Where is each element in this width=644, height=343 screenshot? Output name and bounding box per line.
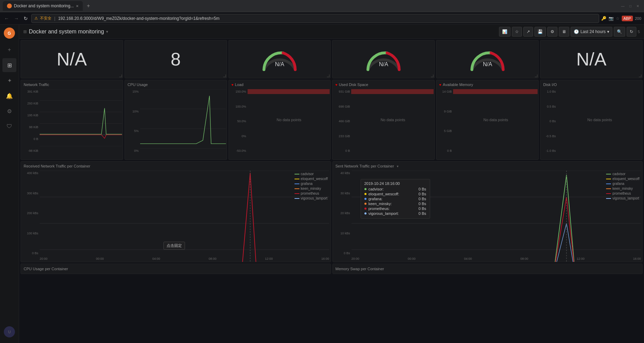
sent-y-axis: 40 kBs 30 kBs 20 kBs 10 kBs 0 Bs (333, 171, 352, 256)
tab-close-button[interactable]: ✕ (76, 4, 79, 8)
disk-no-data: No data points (351, 118, 434, 122)
sent-traffic-dropdown-icon[interactable]: ▾ (397, 164, 399, 168)
url-text: 192.168.20.6:3000/d/W9_meZ0Zk/docker-and… (58, 16, 219, 21)
memory-y-axis: 14 GiB 9 GiB 5 GiB 0 B (437, 89, 453, 153)
panel-network-chart: Network Traffic 391 KiB 293 KiB 195 KiB … (21, 80, 123, 160)
legend-item-grafana: grafana (295, 182, 328, 186)
refresh-icon: ↻ (630, 29, 633, 34)
address-bar[interactable]: ⚠ 不安全 | 192.168.20.6:3000/d/W9_meZ0Zk/do… (31, 14, 599, 23)
legend-label-eloquent: eloquent_wescoff (301, 177, 328, 181)
save-icon: 💾 (538, 29, 543, 34)
sent-legend-color-eloquent (606, 179, 611, 179)
sidebar-item-alerts[interactable]: 🔔 (2, 89, 16, 103)
sent-legend-item-prometheus: prometheus (606, 192, 639, 195)
y-label: 5% (127, 129, 139, 133)
tooltip-row-keen: keen_minsky: 0 Bs (364, 202, 426, 206)
add-panel-button[interactable]: 📊 (499, 27, 510, 37)
panel-diskio-stat: N/A (540, 40, 643, 78)
top-bar-actions: 📊 ☆ ↗ 💾 ⚙ 🖥 🕐 Last (499, 27, 640, 37)
network-y-axis: 391 KiB 293 KiB 195 KiB 98 KiB 0 B -98 K… (22, 89, 40, 153)
diskio-chart-header: Disk I/O (540, 80, 642, 89)
panel-memory-chart: ♥ Available Memory 14 GiB 9 GiB 5 GiB 0 … (436, 80, 539, 160)
forward-button[interactable]: → (13, 15, 20, 22)
tooltip-val-cadvisor: 0 Bs (418, 187, 426, 191)
diskio-chart-title: Disk I/O (543, 83, 557, 87)
sent-legend-item-grafana: grafana (606, 182, 639, 186)
dashboard-body: N/A 8 (19, 39, 644, 343)
refresh-button[interactable]: ↻ (627, 27, 636, 37)
y-label: -1.0 Bs (542, 149, 556, 153)
svg-text:N/A: N/A (379, 61, 388, 67)
sent-legend-label-cadvisor: cadvisor (612, 172, 625, 176)
tooltip-val-prometheus: 0 Bs (418, 206, 426, 211)
back-button[interactable]: ← (3, 15, 10, 22)
favorite-button[interactable]: ☆ (512, 27, 522, 37)
sent-legend-item-eloquent: eloquent_wescoff (606, 177, 639, 181)
sidebar-item-create[interactable]: + (2, 43, 16, 57)
tooltip-name-grafana: grafana: (369, 197, 417, 201)
tooltip-name-keen: keen_minsky: (369, 202, 417, 206)
y-label: 0% (127, 149, 139, 153)
y-label: 698 GiB (335, 105, 350, 108)
tv-mode-button[interactable]: 🖥 (559, 27, 569, 37)
screenshot-icon: 📷 (609, 16, 614, 21)
new-tab-button[interactable]: + (84, 3, 92, 9)
panel-corner (639, 75, 642, 77)
y-label: 10% (127, 110, 139, 113)
search-button[interactable]: 🔍 (614, 27, 625, 37)
tooltip-name-cadvisor: cadvisor: (369, 187, 417, 191)
active-tab[interactable]: Docker and system monitoring... ✕ (3, 1, 83, 11)
disk-y-axis: 931 GiB 698 GiB 466 GiB 233 GiB 0 B (333, 89, 351, 153)
save-button[interactable]: 💾 (534, 27, 546, 37)
memory-chart-header: ♥ Available Memory (436, 80, 538, 89)
legend-item-eloquent: eloquent_wescoff (295, 177, 328, 181)
bookmark-icon: ☆ (616, 16, 620, 21)
sidebar-item-dashboards[interactable]: ⊞ (2, 58, 16, 72)
insecure-label: 不安全 (40, 16, 51, 21)
grafana-logo[interactable]: G (4, 28, 15, 39)
sidebar: G + ⊞ ✦ 🔔 ⚙ 🛡 U (0, 25, 19, 343)
y-label: 1.0 Bs (542, 90, 556, 93)
y-label: 0 Bs (542, 119, 556, 123)
sidebar-item-explore[interactable]: ✦ (2, 73, 16, 87)
memory-chart-title: Available Memory (443, 83, 473, 87)
panel-corner (535, 75, 538, 77)
maximize-button[interactable]: □ (627, 3, 634, 9)
panel-load-gauge: N/A (228, 40, 331, 78)
chevron-down-icon[interactable]: ▾ (106, 29, 108, 34)
share-button[interactable]: ↗ (523, 27, 533, 37)
legend-item-prometheus: prometheus (295, 192, 328, 195)
user-avatar[interactable]: U (4, 326, 15, 337)
dashboards-icon: ⊞ (7, 62, 12, 69)
panel-corner (327, 75, 330, 77)
adblock-icon: ABP (622, 16, 633, 21)
browser-nav-bar: ← → ↻ ⚠ 不安全 | 192.168.20.6:3000/d/W9_meZ… (0, 12, 644, 25)
stat-panels-row: N/A 8 (21, 40, 643, 78)
y-label: 931 GiB (335, 90, 350, 93)
dashboard-settings-button[interactable]: ⚙ (547, 27, 557, 37)
cpu-chart-svg (140, 89, 226, 149)
y-label: 0 Bs (23, 251, 38, 255)
close-button[interactable]: ✕ (634, 3, 641, 9)
load-chart-title: Load (235, 83, 243, 87)
dashboard-title: Docker and system monitoring (29, 29, 104, 35)
sent-legend-item-keen: keen_minsky (606, 187, 639, 190)
cpu-y-axis: 15% 10% 5% 0% (126, 89, 140, 153)
y-label: 0 B (335, 149, 350, 153)
reload-button[interactable]: ↻ (22, 15, 29, 22)
panel-cpu-count: 8 (124, 40, 227, 78)
sidebar-item-settings[interactable]: ⚙ (2, 104, 16, 118)
cpu-chart-title: CPU Usage (128, 83, 148, 87)
time-dropdown-icon: ▾ (607, 29, 609, 34)
cpu-chart-header: CPU Usage (125, 80, 227, 89)
legend-label-grafana: grafana (301, 182, 313, 186)
sent-legend: cadvisor eloquent_wescoff grafana k (606, 172, 639, 200)
y-label: -0.5 Bs (542, 134, 556, 138)
tab-favicon (7, 3, 12, 8)
sent-traffic-title: Sent Network Traffic per Container (336, 164, 394, 168)
diskio-y-axis: 1.0 Bs 0.5 Bs 0 Bs -0.5 Bs -1.0 Bs (541, 89, 557, 153)
minimize-button[interactable]: — (619, 3, 627, 9)
time-range-picker[interactable]: 🕐 Last 24 hours ▾ (571, 27, 612, 37)
memory-swap-title: Memory Swap per Container (336, 267, 384, 271)
sidebar-item-shield[interactable]: 🛡 (2, 119, 16, 133)
